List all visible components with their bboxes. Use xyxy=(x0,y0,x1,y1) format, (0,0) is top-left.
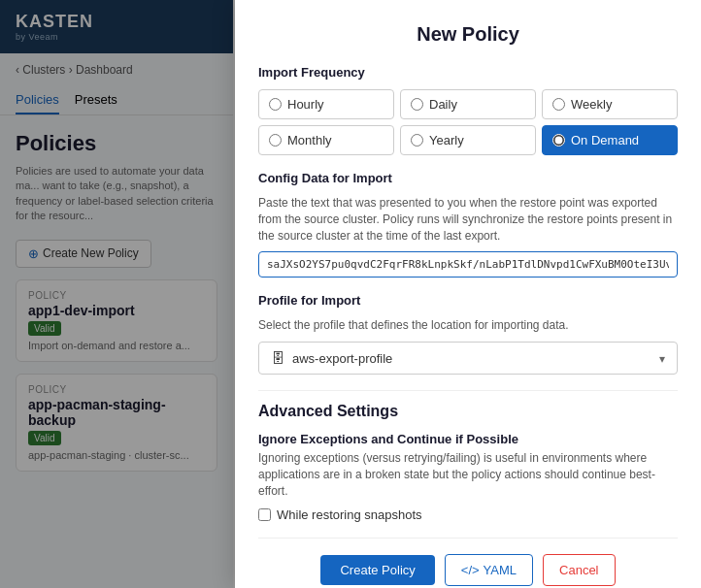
freq-yearly-radio[interactable] xyxy=(411,134,423,147)
profile-title: Profile for Import xyxy=(258,293,678,308)
profile-select-inner: aws-export-profile xyxy=(271,350,392,366)
yaml-button[interactable]: </> YAML xyxy=(445,554,533,586)
modal-footer: Create Policy </> YAML Cancel xyxy=(258,538,678,586)
advanced-title: Advanced Settings xyxy=(258,390,678,420)
new-policy-modal: New Policy Import Frequency Hourly Daily… xyxy=(235,0,701,588)
freq-daily[interactable]: Daily xyxy=(400,89,536,119)
while-restoring-label: While restoring snapshots xyxy=(277,507,422,522)
import-frequency-label: Import Frequency xyxy=(258,65,678,80)
config-data-input[interactable] xyxy=(258,251,678,278)
freq-monthly[interactable]: Monthly xyxy=(258,125,394,155)
config-description: Paste the text that was presented to you… xyxy=(258,195,678,244)
while-restoring-checkbox[interactable] xyxy=(258,508,271,521)
while-restoring-checkbox-row: While restoring snapshots xyxy=(258,507,678,522)
freq-hourly[interactable]: Hourly xyxy=(258,89,394,119)
frequency-grid-row2: Monthly Yearly On Demand xyxy=(258,125,678,155)
freq-on-demand-radio[interactable] xyxy=(552,134,565,147)
freq-weekly[interactable]: Weekly xyxy=(542,89,678,119)
config-title: Config Data for Import xyxy=(258,171,678,185)
freq-weekly-radio[interactable] xyxy=(552,98,565,111)
freq-on-demand[interactable]: On Demand xyxy=(542,125,678,155)
profile-icon xyxy=(271,350,284,366)
config-section: Config Data for Import Paste the text th… xyxy=(258,171,678,278)
cancel-button[interactable]: Cancel xyxy=(543,554,615,586)
ignore-exceptions-title: Ignore Exceptions and Continue if Possib… xyxy=(258,432,678,446)
freq-hourly-radio[interactable] xyxy=(269,98,282,111)
create-policy-button[interactable]: Create Policy xyxy=(320,555,434,585)
ignore-exceptions-description: Ignoring exceptions (versus retrying/fai… xyxy=(258,450,678,499)
frequency-grid-row1: Hourly Daily Weekly xyxy=(258,89,678,119)
profile-select-dropdown[interactable]: aws-export-profile xyxy=(258,342,678,375)
chevron-down-icon xyxy=(659,351,665,366)
modal-title: New Policy xyxy=(258,23,678,46)
freq-daily-radio[interactable] xyxy=(411,98,423,111)
freq-monthly-radio[interactable] xyxy=(269,134,282,147)
freq-yearly[interactable]: Yearly xyxy=(400,125,536,155)
advanced-section: Advanced Settings Ignore Exceptions and … xyxy=(258,390,678,521)
yaml-icon: </> xyxy=(461,563,480,577)
modal-overlay: New Policy Import Frequency Hourly Daily… xyxy=(0,0,701,588)
profile-section: Profile for Import Select the profile th… xyxy=(258,293,678,375)
profile-value: aws-export-profile xyxy=(292,351,392,366)
profile-description: Select the profile that defines the loca… xyxy=(258,317,678,334)
